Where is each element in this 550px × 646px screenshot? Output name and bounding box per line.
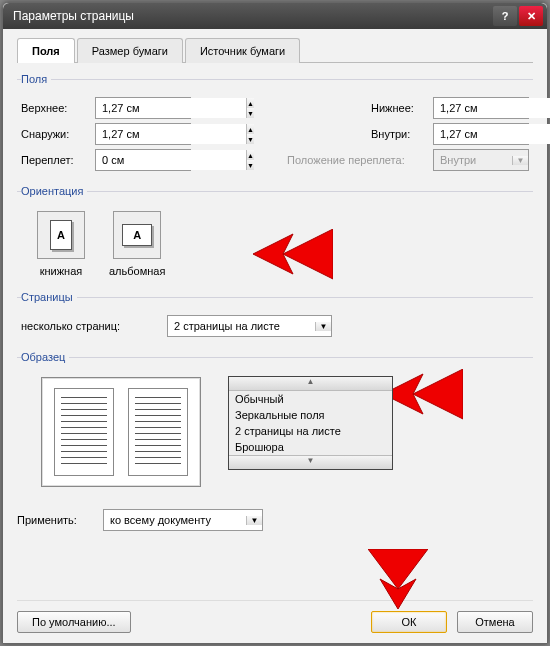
page-icon: A bbox=[122, 224, 152, 246]
chevron-down-icon[interactable]: ▼ bbox=[315, 322, 331, 331]
inside-margin-label: Внутри: bbox=[371, 128, 427, 140]
option-normal[interactable]: Обычный bbox=[229, 391, 392, 407]
chevron-down-icon[interactable]: ▼ bbox=[246, 516, 262, 525]
outside-margin-input[interactable]: ▲▼ bbox=[95, 123, 191, 145]
default-button[interactable]: По умолчанию... bbox=[17, 611, 131, 633]
spinner-down-icon[interactable]: ▼ bbox=[247, 134, 254, 144]
gutter-label: Переплет: bbox=[21, 154, 89, 166]
cancel-button[interactable]: Отмена bbox=[457, 611, 533, 633]
preview-image bbox=[41, 377, 201, 487]
option-booklet[interactable]: Брошюра bbox=[229, 439, 392, 455]
option-two-per-sheet[interactable]: 2 страницы на листе bbox=[229, 423, 392, 439]
titlebar: Параметры страницы ? ✕ bbox=[3, 3, 547, 29]
tab-paper-source[interactable]: Источник бумаги bbox=[185, 38, 300, 63]
spinner-up-icon[interactable]: ▲ bbox=[247, 150, 254, 160]
preview-legend: Образец bbox=[21, 351, 69, 363]
close-button[interactable]: ✕ bbox=[519, 6, 543, 26]
margins-legend: Поля bbox=[21, 73, 51, 85]
top-margin-input[interactable]: ▲▼ bbox=[95, 97, 191, 119]
orientation-landscape[interactable]: A альбомная bbox=[109, 211, 165, 277]
spinner-up-icon[interactable]: ▲ bbox=[247, 98, 254, 108]
multi-pages-label: несколько страниц: bbox=[21, 320, 161, 332]
scroll-down-icon[interactable]: ▼ bbox=[229, 455, 392, 469]
bottom-margin-input[interactable]: ▲▼ bbox=[433, 97, 529, 119]
top-margin-label: Верхнее: bbox=[21, 102, 89, 114]
bottom-margin-label: Нижнее: bbox=[371, 102, 427, 114]
chevron-down-icon: ▼ bbox=[512, 156, 528, 165]
tab-fields[interactable]: Поля bbox=[17, 38, 75, 63]
orientation-portrait-label: книжная bbox=[37, 265, 85, 277]
scroll-up-icon[interactable]: ▲ bbox=[229, 377, 392, 391]
ok-button[interactable]: ОК bbox=[371, 611, 447, 633]
gutter-pos-select: Внутри▼ bbox=[433, 149, 529, 171]
gutter-pos-label: Положение переплета: bbox=[287, 154, 427, 166]
pages-section: Страницы несколько страниц: 2 страницы н… bbox=[17, 291, 533, 345]
multi-pages-select[interactable]: 2 страницы на листе▼ bbox=[167, 315, 332, 337]
window-title: Параметры страницы bbox=[13, 9, 491, 23]
orientation-portrait[interactable]: A книжная bbox=[37, 211, 85, 277]
apply-to-select[interactable]: ко всему документу▼ bbox=[103, 509, 263, 531]
option-mirror[interactable]: Зеркальные поля bbox=[229, 407, 392, 423]
spinner-down-icon[interactable]: ▼ bbox=[247, 160, 254, 170]
page-icon: A bbox=[50, 220, 72, 250]
spinner-up-icon[interactable]: ▲ bbox=[247, 124, 254, 134]
orientation-legend: Ориентация bbox=[21, 185, 87, 197]
spinner-down-icon[interactable]: ▼ bbox=[247, 108, 254, 118]
orientation-section: Ориентация A книжная A альбомная bbox=[17, 185, 533, 285]
multi-pages-dropdown[interactable]: ▲ Обычный Зеркальные поля 2 страницы на … bbox=[228, 376, 393, 470]
outside-margin-label: Снаружи: bbox=[21, 128, 89, 140]
gutter-input[interactable]: ▲▼ bbox=[95, 149, 191, 171]
apply-to-label: Применить: bbox=[17, 514, 97, 526]
inside-margin-input[interactable]: ▲▼ bbox=[433, 123, 529, 145]
pages-legend: Страницы bbox=[21, 291, 77, 303]
orientation-landscape-label: альбомная bbox=[109, 265, 165, 277]
help-button[interactable]: ? bbox=[493, 6, 517, 26]
tab-paper-size[interactable]: Размер бумаги bbox=[77, 38, 183, 63]
margins-section: Поля Верхнее: ▲▼ Нижнее: ▲▼ Снаружи: ▲▼ … bbox=[17, 73, 533, 179]
